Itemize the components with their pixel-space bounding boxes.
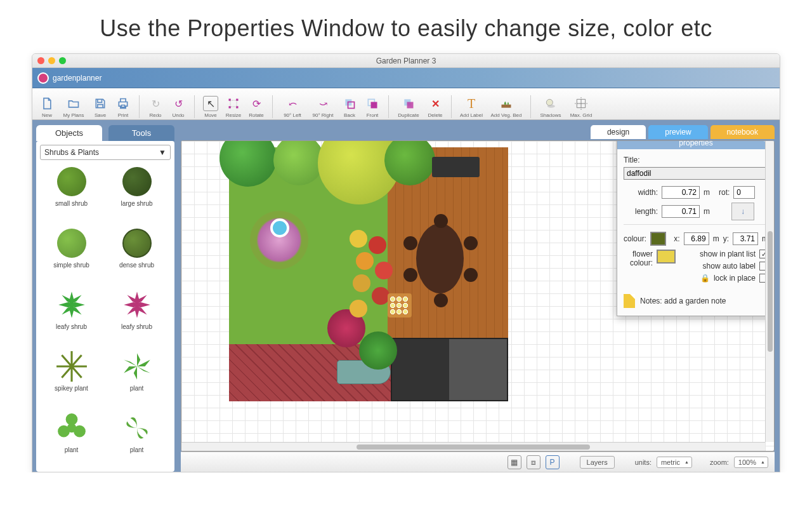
canvas-chair[interactable] xyxy=(434,293,448,307)
svg-rect-4 xyxy=(230,100,237,107)
x-input[interactable] xyxy=(684,232,709,245)
bringfront-button[interactable]: Front xyxy=(362,96,383,118)
duplicate-icon xyxy=(401,96,416,111)
text-icon: T xyxy=(464,96,479,111)
app-window: Garden Planner 3 gardenplanner New My Pl… xyxy=(32,53,780,472)
tab-objects[interactable]: Objects xyxy=(36,125,102,141)
palette-leafy-shrub-1[interactable]: leafy shrub xyxy=(40,287,103,345)
rotate-left-button[interactable]: ⤺90° Left xyxy=(278,96,307,118)
svg-point-13 xyxy=(547,105,555,108)
view-grid-button[interactable]: ▦ xyxy=(508,455,521,469)
design-canvas[interactable]: properties⌃ Title: width: m rot: xyxy=(181,140,775,451)
svg-rect-11 xyxy=(502,105,511,108)
rotate-right-icon: ⤻ xyxy=(315,96,331,111)
palette-dense-shrub[interactable]: dense shrub xyxy=(105,225,168,283)
left-panel: Objects Tools Shrubs & Plants▼ small shr… xyxy=(32,120,178,472)
tab-design[interactable]: design xyxy=(591,125,646,139)
canvas-chair[interactable] xyxy=(434,214,448,228)
undo-icon: ↺ xyxy=(171,96,186,111)
print-icon xyxy=(115,96,131,111)
properties-panel[interactable]: properties⌃ Title: width: m rot: xyxy=(617,140,775,316)
palette-leafy-shrub-2[interactable]: leafy shrub xyxy=(105,287,168,345)
canvas-chair[interactable] xyxy=(464,236,478,250)
maxgrid-button[interactable]: Max. Grid xyxy=(566,96,596,118)
rotate-right-button[interactable]: ⤻90° Right xyxy=(308,96,337,118)
app-name: gardenplanner xyxy=(53,74,102,83)
palette-plant-1[interactable]: plant xyxy=(105,349,168,406)
layers-button[interactable]: Layers xyxy=(580,456,615,469)
properties-header[interactable]: properties⌃ xyxy=(617,140,775,149)
palette-large-shrub[interactable]: large shrub xyxy=(105,164,168,222)
category-dropdown[interactable]: Shrubs & Plants▼ xyxy=(40,145,171,160)
close-window-button[interactable] xyxy=(37,57,44,64)
objects-palette[interactable]: small shrub large shrub simple shrub den… xyxy=(40,164,171,468)
status-bar: ▦ ⧈ P Layers units: metric zoom: 100% xyxy=(181,451,775,472)
canvas-chair[interactable] xyxy=(464,268,478,282)
palette-plant-2[interactable]: plant xyxy=(40,410,103,468)
redo-button[interactable]: ↻Redo xyxy=(145,96,166,118)
view-parking-button[interactable]: P xyxy=(546,455,560,469)
title-label: Title: xyxy=(624,156,768,164)
length-input[interactable] xyxy=(662,205,700,218)
svg-rect-8 xyxy=(371,102,377,109)
main-toolbar: New My Plans Save Print ↻Redo ↺Undo ↖Mov… xyxy=(32,88,780,120)
units-select[interactable]: metric xyxy=(657,457,692,468)
rotate-button[interactable]: ⟳Rotate xyxy=(246,96,267,118)
addvegbed-button[interactable]: Add Veg. Bed xyxy=(487,96,525,118)
shadows-button[interactable]: Shadows xyxy=(536,96,565,118)
duplicate-button[interactable]: Duplicate xyxy=(394,96,423,118)
grid-icon xyxy=(573,96,589,111)
view-ruler-button[interactable]: ⧈ xyxy=(527,455,540,469)
rotation-arrow-button[interactable]: ↓ xyxy=(731,203,754,220)
new-button[interactable]: New xyxy=(36,96,58,118)
notes-button[interactable]: Notes: add a garden note xyxy=(624,294,768,308)
width-input[interactable] xyxy=(662,186,700,199)
chevron-down-icon: ▼ xyxy=(159,148,166,157)
lock-icon: 🔒 xyxy=(700,274,710,283)
app-logo-icon xyxy=(37,72,49,84)
resize-icon xyxy=(226,96,241,111)
sendback-button[interactable]: Back xyxy=(339,96,360,118)
tab-preview[interactable]: preview xyxy=(648,125,707,139)
svg-rect-10 xyxy=(407,102,414,109)
save-button[interactable]: Save xyxy=(89,96,111,118)
resize-button[interactable]: Resize xyxy=(223,96,244,118)
document-icon xyxy=(39,96,55,111)
canvas-table[interactable] xyxy=(416,224,464,293)
app-header: gardenplanner xyxy=(32,68,780,88)
save-icon xyxy=(93,96,108,111)
move-button[interactable]: ↖Move xyxy=(200,96,221,118)
canvas-bbq[interactable] xyxy=(432,157,480,177)
tab-notebook[interactable]: notebook xyxy=(710,125,775,139)
shadows-icon xyxy=(543,96,558,111)
send-back-icon xyxy=(342,96,357,111)
palette-simple-shrub[interactable]: simple shrub xyxy=(40,225,103,283)
minimize-window-button[interactable] xyxy=(48,57,55,64)
palette-small-shrub[interactable]: small shrub xyxy=(40,164,103,222)
rot-input[interactable] xyxy=(733,186,755,199)
vertical-scrollbar[interactable] xyxy=(765,141,774,442)
window-titlebar: Garden Planner 3 xyxy=(32,54,780,68)
delete-button[interactable]: ✕Delete xyxy=(424,96,446,118)
zoom-window-button[interactable] xyxy=(59,57,66,64)
colour-swatch[interactable] xyxy=(650,232,666,246)
undo-button[interactable]: ↺Undo xyxy=(167,96,189,118)
tab-tools[interactable]: Tools xyxy=(108,125,174,141)
print-button[interactable]: Print xyxy=(112,96,134,118)
cursor-icon: ↖ xyxy=(203,96,218,111)
canvas-fountain[interactable] xyxy=(270,218,289,237)
horizontal-scrollbar[interactable] xyxy=(181,442,765,451)
addlabel-button[interactable]: TAdd Label xyxy=(457,96,486,118)
palette-spikey-plant[interactable]: spikey plant xyxy=(40,349,103,406)
y-input[interactable] xyxy=(733,232,758,245)
delete-icon: ✕ xyxy=(428,96,443,111)
title-input[interactable] xyxy=(624,167,768,180)
flower-colour-swatch[interactable] xyxy=(657,250,676,264)
zoom-select[interactable]: 100% xyxy=(734,457,768,468)
palette-plant-3[interactable]: plant xyxy=(105,410,168,468)
veg-bed-icon xyxy=(499,96,514,111)
note-icon xyxy=(624,294,635,308)
myplans-button[interactable]: My Plans xyxy=(59,96,88,118)
rotate-icon: ⟳ xyxy=(249,96,264,111)
canvas-shed-roof[interactable] xyxy=(391,338,508,401)
